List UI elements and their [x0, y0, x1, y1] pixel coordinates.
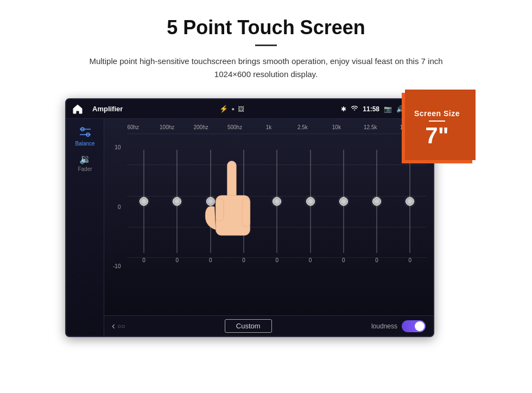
slider-thumb-12.5k[interactable]: [372, 197, 381, 206]
slider-track-200hz[interactable]: [210, 150, 211, 253]
slider-track-12.5k[interactable]: [376, 150, 377, 253]
device-frame: Amplifier ⚡ ● 🖼 ✱ 11:58 📷 🔊: [65, 98, 434, 337]
slider-val-1k: 0: [275, 257, 278, 263]
slider-track-10k[interactable]: [343, 150, 344, 253]
slider-2.5k[interactable]: 0: [298, 144, 323, 269]
freq-label-1k: 1k: [255, 124, 282, 130]
page-title: 5 Point Touch Screen: [167, 16, 365, 39]
page-wrapper: 5 Point Touch Screen Multiple point high…: [0, 0, 532, 393]
eq-scale: 10 0 -10: [111, 144, 123, 269]
slider-thumb-2.5k[interactable]: [306, 197, 315, 206]
freq-label-12.5k: 12.5k: [357, 124, 384, 130]
bluetooth-icon: ✱: [341, 105, 346, 113]
slider-val-10k: 0: [342, 257, 345, 263]
slider-val-100hz: 0: [176, 257, 179, 263]
slider-200hz[interactable]: 0: [198, 144, 223, 269]
slider-thumb-100hz[interactable]: [173, 197, 181, 206]
loudness-label: loudness: [371, 322, 397, 330]
slider-10k[interactable]: 0: [331, 144, 356, 269]
balance-button[interactable]: Balance: [73, 125, 97, 147]
slider-val-60hz: 0: [142, 257, 145, 263]
equalizer-icon: [79, 126, 92, 140]
page-description: Multiple point high-sensitive touchscree…: [71, 55, 461, 81]
custom-preset-button[interactable]: Custom: [225, 319, 272, 333]
toggle-thumb: [415, 321, 425, 331]
volume-sidebar-icon: 🔉: [79, 153, 91, 165]
back-button[interactable]: ‹ ○○: [112, 320, 125, 332]
freq-label-200hz: 200hz: [187, 124, 214, 130]
slider-val-12.5k: 0: [375, 257, 378, 263]
slider-thumb-10k[interactable]: [339, 197, 348, 206]
status-time: 11:58: [363, 105, 379, 113]
wifi-icon: [351, 106, 358, 112]
slider-100hz[interactable]: 0: [164, 144, 189, 269]
freq-label-2.5k: 2.5k: [289, 124, 316, 130]
eq-area: Balance 🔉 Fader 60hz 100hz 200hz 500hz: [66, 119, 433, 336]
image-icon: 🖼: [238, 105, 244, 113]
slider-thumb-200hz[interactable]: [206, 197, 215, 206]
slider-val-15k: 0: [409, 257, 412, 263]
eq-main: 60hz 100hz 200hz 500hz 1k 2.5k 10k 12.5k…: [104, 119, 433, 336]
slider-thumb-1k[interactable]: [273, 197, 281, 206]
slider-60hz[interactable]: 0: [131, 144, 156, 269]
app-title: Amplifier: [92, 105, 123, 113]
scale-mark-10: 10: [113, 144, 121, 150]
slider-track-60hz[interactable]: [143, 150, 144, 253]
loudness-control: loudness: [371, 320, 426, 332]
slider-1k[interactable]: 0: [264, 144, 289, 269]
badge-size: 7": [425, 124, 448, 147]
slider-val-2.5k: 0: [309, 257, 312, 263]
title-divider: [255, 45, 277, 46]
slider-track-500hz[interactable]: [243, 150, 244, 253]
slider-thumb-15k[interactable]: [406, 197, 414, 206]
freq-label-10k: 10k: [323, 124, 350, 130]
eq-sliders-area: 10 0 -10 0: [111, 134, 427, 269]
eq-sidebar: Balance 🔉 Fader: [66, 119, 104, 336]
slider-val-200hz: 0: [209, 257, 212, 263]
fader-label: Fader: [78, 166, 92, 172]
badge-divider: [429, 121, 445, 122]
slider-500hz[interactable]: 0: [231, 144, 256, 269]
slider-track-15k[interactable]: [409, 150, 410, 253]
slider-track-1k[interactable]: [276, 150, 277, 253]
slider-thumb-500hz[interactable]: [239, 197, 248, 206]
freq-label-500hz: 500hz: [221, 124, 249, 130]
camera-icon: 📷: [384, 105, 392, 113]
device-container: Screen Size 7" Amplifier ⚡ ●: [65, 93, 467, 343]
slider-track-2.5k[interactable]: [310, 150, 311, 253]
freq-label-100hz: 100hz: [154, 124, 181, 130]
eq-bottom: ‹ ○○ Custom loudness: [104, 315, 433, 336]
freq-label-60hz: 60hz: [119, 124, 147, 130]
slider-track-100hz[interactable]: [176, 150, 178, 253]
screen-size-badge: Screen Size 7": [402, 93, 472, 163]
eq-freq-labels: 60hz 100hz 200hz 500hz 1k 2.5k 10k 12.5k…: [111, 124, 427, 130]
slider-thumb-60hz[interactable]: [140, 197, 148, 206]
scale-mark-minus10: -10: [113, 263, 121, 269]
usb-icon: ⚡: [219, 105, 228, 113]
home-icon[interactable]: [72, 103, 84, 115]
fader-button[interactable]: 🔉 Fader: [73, 151, 97, 173]
back-dots-icon: ○○: [117, 322, 125, 330]
badge-title: Screen Size: [414, 109, 460, 118]
eq-sliders: 0 0: [127, 144, 427, 269]
status-icons: ⚡ ● 🖼: [219, 105, 244, 113]
scale-mark-0: 0: [113, 204, 121, 210]
status-bar: Amplifier ⚡ ● 🖼 ✱ 11:58 📷 🔊: [66, 99, 433, 119]
back-chevron-icon: ‹: [112, 320, 115, 332]
status-left: Amplifier: [72, 103, 123, 115]
slider-val-500hz: 0: [242, 257, 245, 263]
loudness-toggle[interactable]: [402, 320, 426, 332]
scale-line-top: [127, 134, 427, 134]
balance-label: Balance: [75, 141, 94, 147]
dot-icon: ●: [231, 106, 235, 112]
slider-12.5k[interactable]: 0: [364, 144, 389, 269]
